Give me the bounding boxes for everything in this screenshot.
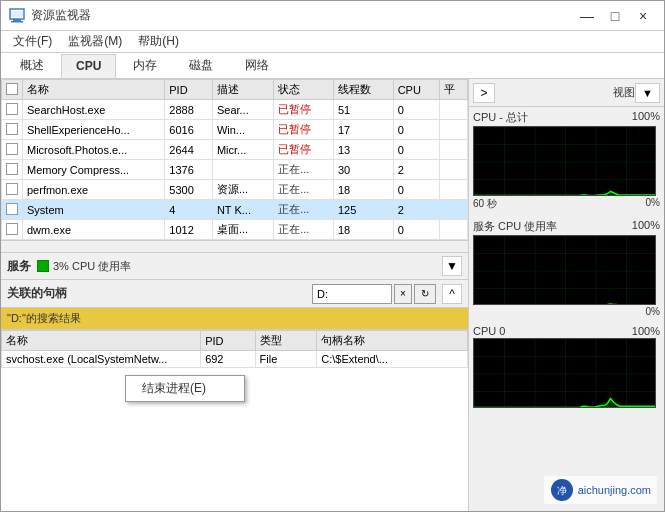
menu-help[interactable]: 帮助(H): [130, 31, 187, 52]
row-checkbox[interactable]: [2, 120, 23, 140]
tab-overview[interactable]: 概述: [5, 52, 59, 78]
row-status: 已暂停: [274, 120, 334, 140]
row-avg: [439, 140, 468, 160]
search-refresh-button[interactable]: ↻: [414, 284, 436, 304]
search-result-header: "D:"的搜索结果: [1, 308, 468, 330]
row-checkbox[interactable]: [2, 200, 23, 220]
graph-svg-2: [474, 339, 656, 408]
row-checkbox[interactable]: [2, 220, 23, 240]
svg-rect-2: [11, 21, 23, 23]
row-desc: Win...: [212, 120, 273, 140]
table-row[interactable]: ShellExperienceHo... 6016 Win... 已暂停 17 …: [2, 120, 468, 140]
main-window: 资源监视器 — □ × 文件(F) 监视器(M) 帮助(H) 概述 CPU 内存…: [0, 0, 665, 512]
services-expand-button[interactable]: ▼: [442, 256, 462, 276]
graph-line-1: [474, 304, 656, 305]
tab-cpu[interactable]: CPU: [61, 54, 116, 78]
title-bar: 资源监视器 — □ ×: [1, 1, 664, 31]
row-pid: 1376: [165, 160, 213, 180]
window-title: 资源监视器: [31, 7, 91, 24]
row-name: Memory Compress...: [23, 160, 165, 180]
col-checkbox[interactable]: [2, 80, 23, 100]
row-pid: 2644: [165, 140, 213, 160]
row-cpu: 0: [393, 100, 439, 120]
row-checkbox[interactable]: [2, 160, 23, 180]
row-avg: [439, 100, 468, 120]
handles-col-pid[interactable]: PID: [201, 331, 255, 351]
title-controls: — □ ×: [574, 6, 656, 26]
row-status: 已暂停: [274, 140, 334, 160]
table-row[interactable]: Memory Compress... 1376 正在... 30 2: [2, 160, 468, 180]
col-name[interactable]: 名称: [23, 80, 165, 100]
svg-rect-1: [13, 19, 21, 21]
col-status[interactable]: 状态: [274, 80, 334, 100]
view-dropdown-button[interactable]: ▼: [635, 83, 660, 103]
table-row[interactable]: SearchHost.exe 2888 Sear... 已暂停 51 0: [2, 100, 468, 120]
row-avg: [439, 160, 468, 180]
handles-expand-button[interactable]: ^: [442, 284, 462, 304]
col-pid[interactable]: PID: [165, 80, 213, 100]
row-name: perfmon.exe: [23, 180, 165, 200]
graph-section-2: CPU 0100%: [469, 322, 664, 414]
row-threads: 51: [333, 100, 393, 120]
graph-canvas-1: [473, 235, 656, 305]
row-threads: 18: [333, 220, 393, 240]
row-cpu: 2: [393, 200, 439, 220]
tab-bar: 概述 CPU 内存 磁盘 网络: [1, 53, 664, 79]
row-threads: 30: [333, 160, 393, 180]
handle-path: C:\$Extend\...: [317, 351, 468, 368]
col-cpu[interactable]: CPU: [393, 80, 439, 100]
tab-memory[interactable]: 内存: [118, 52, 172, 78]
search-clear-button[interactable]: ×: [394, 284, 412, 304]
row-name: ShellExperienceHo...: [23, 120, 165, 140]
col-desc[interactable]: 描述: [212, 80, 273, 100]
col-avg[interactable]: 平: [439, 80, 468, 100]
graph-line-0: [474, 191, 656, 195]
tab-disk[interactable]: 磁盘: [174, 52, 228, 78]
row-status: 正在...: [274, 180, 334, 200]
row-name: System: [23, 200, 165, 220]
menu-monitor[interactable]: 监视器(M): [60, 31, 130, 52]
row-name: SearchHost.exe: [23, 100, 165, 120]
table-row[interactable]: dwm.exe 1012 桌面... 正在... 18 0: [2, 220, 468, 240]
right-expand-button[interactable]: >: [473, 83, 495, 103]
right-panel: > 视图 ▼ CPU - 总计100% 60 秒0%服务 CPU 使用率100%…: [469, 79, 664, 511]
graph-section-1: 服务 CPU 使用率100% 0%: [469, 216, 664, 322]
handle-type: File: [255, 351, 317, 368]
row-pid: 1012: [165, 220, 213, 240]
handles-label: 关联的句柄: [7, 285, 67, 302]
context-menu-end-process[interactable]: 结束进程(E): [126, 376, 244, 401]
table-row[interactable]: System 4 NT K... 正在... 125 2: [2, 200, 468, 220]
col-threads[interactable]: 线程数: [333, 80, 393, 100]
row-pid: 6016: [165, 120, 213, 140]
handles-col-name[interactable]: 名称: [2, 331, 201, 351]
graphs-container: CPU - 总计100% 60 秒0%服务 CPU 使用率100% 0%CPU …: [469, 107, 664, 414]
search-input[interactable]: [312, 284, 392, 304]
view-label: 视图: [613, 85, 635, 100]
services-label: 服务: [7, 258, 31, 275]
table-row[interactable]: svchost.exe (LocalSystemNetw... 692 File…: [2, 351, 468, 368]
close-button[interactable]: ×: [630, 6, 656, 26]
row-name: Microsoft.Photos.e...: [23, 140, 165, 160]
row-status: 正在...: [274, 200, 334, 220]
handles-col-handle[interactable]: 句柄名称: [317, 331, 468, 351]
handles-col-type[interactable]: 类型: [255, 331, 317, 351]
row-checkbox[interactable]: [2, 100, 23, 120]
row-checkbox[interactable]: [2, 180, 23, 200]
tab-network[interactable]: 网络: [230, 52, 284, 78]
row-checkbox[interactable]: [2, 140, 23, 160]
maximize-button[interactable]: □: [602, 6, 628, 26]
handles-table: 名称 PID 类型 句柄名称 svchost.exe (LocalSystemN…: [1, 330, 468, 368]
graph-svg-0: [474, 127, 656, 196]
graph-line-2: [474, 399, 656, 408]
menu-file[interactable]: 文件(F): [5, 31, 60, 52]
table-row[interactable]: perfmon.exe 5300 资源... 正在... 18 0: [2, 180, 468, 200]
row-avg: [439, 180, 468, 200]
services-bar[interactable]: 服务 3% CPU 使用率 ▼: [1, 252, 468, 280]
minimize-button[interactable]: —: [574, 6, 600, 26]
scrollbar-horizontal[interactable]: [1, 240, 468, 252]
row-pid: 4: [165, 200, 213, 220]
graph-max-0: 100%: [632, 110, 660, 125]
table-row[interactable]: Microsoft.Photos.e... 2644 Micr... 已暂停 1…: [2, 140, 468, 160]
svg-rect-3: [11, 11, 23, 17]
graph-fill-0: [474, 191, 656, 196]
